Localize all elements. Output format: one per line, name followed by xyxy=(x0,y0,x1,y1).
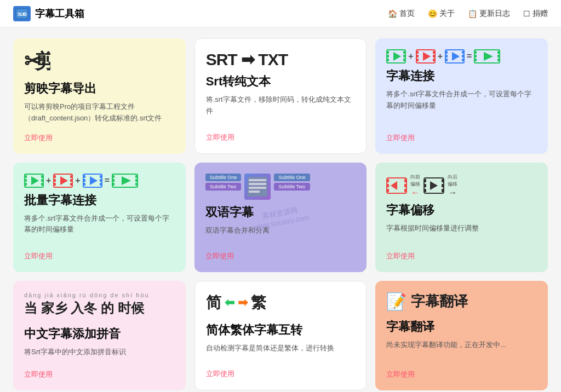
svg-rect-30 xyxy=(474,51,477,54)
svg-rect-66 xyxy=(135,179,138,182)
svg-rect-32 xyxy=(474,59,477,61)
svg-rect-62 xyxy=(112,175,115,178)
svg-rect-6 xyxy=(387,51,389,54)
about-icon: 😊 xyxy=(428,9,437,18)
card-jianying-desc: 可以将剪映Pro的项目字幕工程文件（draft_content.json）转化成… xyxy=(24,101,175,124)
card-grid: ✂ 剪映 剪映字幕导出 可以将剪映Pro的项目字幕工程文件（draft_cont… xyxy=(0,27,561,392)
svg-rect-35 xyxy=(497,59,500,61)
card-dual-link[interactable]: 立即使用 xyxy=(205,251,356,261)
svg-rect-9 xyxy=(403,51,405,54)
card-translate-link[interactable]: 立即使用 xyxy=(386,370,537,379)
svg-rect-80 xyxy=(404,189,407,192)
svg-marker-61 xyxy=(122,176,131,185)
card-batch-title: 批量字幕连接 xyxy=(24,192,175,209)
svg-rect-46 xyxy=(54,175,56,178)
svg-rect-54 xyxy=(83,175,85,178)
card-sub-connect-title: 字幕连接 xyxy=(386,68,537,84)
card-translate-title: 字幕翻译 xyxy=(386,319,537,335)
card-sub-connect: + + xyxy=(375,38,548,154)
svg-rect-51 xyxy=(70,183,72,186)
nav-donate[interactable]: ☐ 捐赠 xyxy=(523,9,548,19)
card-translate: 📝 字幕翻译 字幕翻译 尚未实现字幕翻译功能，正在开发中... 立即使用 xyxy=(375,281,548,390)
changelog-icon: 📋 xyxy=(468,9,477,18)
svg-rect-40 xyxy=(25,183,27,186)
card-batch-link[interactable]: 立即使用 xyxy=(24,251,175,261)
card-sub-shift-title: 字幕偏移 xyxy=(386,202,537,218)
svg-rect-88 xyxy=(442,189,444,192)
svg-rect-16 xyxy=(416,59,419,61)
svg-rect-43 xyxy=(41,183,43,186)
film-strips-2-icon: + + = xyxy=(24,174,175,188)
svg-rect-87 xyxy=(442,184,444,187)
card-jianying-link[interactable]: 立即使用 xyxy=(24,133,175,143)
svg-rect-34 xyxy=(497,55,500,57)
svg-rect-18 xyxy=(433,55,435,57)
dual-sub-icon: Subtitle One Subtitle Two Subtitle One S… xyxy=(205,174,356,200)
svg-rect-7 xyxy=(387,55,389,57)
svg-rect-11 xyxy=(403,59,405,61)
svg-rect-72 xyxy=(249,191,260,193)
svg-marker-21 xyxy=(452,52,460,61)
card-translate-desc: 尚未实现字幕翻译功能，正在开发中... xyxy=(386,339,537,361)
card-batch-connect: + + = xyxy=(13,163,186,272)
card-batch-desc: 将多个.srt字幕文件合并成一个，可设置每个字幕的时间偏移量 xyxy=(24,213,175,243)
nav-changelog[interactable]: 📋 更新日志 xyxy=(468,9,510,19)
svg-rect-70 xyxy=(249,183,266,185)
logo: SUB 字幕工具箱 xyxy=(13,6,84,21)
svg-marker-13 xyxy=(423,52,431,61)
svg-rect-76 xyxy=(387,184,389,187)
card-pinyin-title: 中文字幕添加拼音 xyxy=(24,326,175,342)
svg-rect-71 xyxy=(249,187,266,189)
svg-rect-86 xyxy=(442,179,444,182)
svg-rect-79 xyxy=(404,184,407,187)
svg-rect-56 xyxy=(83,183,85,186)
card-srt-link[interactable]: 立即使用 xyxy=(206,132,356,142)
svg-rect-63 xyxy=(112,179,115,182)
svg-marker-53 xyxy=(90,176,98,185)
svg-rect-25 xyxy=(462,51,464,54)
card-sub-connect-desc: 将多个.srt字幕文件合并成一个，可设置每个字幕的时间偏移量 xyxy=(386,89,537,124)
svg-rect-58 xyxy=(100,179,102,182)
svg-rect-39 xyxy=(25,179,27,182)
plus-1: + xyxy=(408,51,413,61)
svg-rect-41 xyxy=(41,175,43,178)
svg-marker-37 xyxy=(31,176,39,185)
svg-rect-14 xyxy=(416,51,419,54)
card-jianfan-desc: 自动检测字幕是简体还是繁体，进行转换 xyxy=(206,343,356,360)
svg-rect-75 xyxy=(387,179,389,182)
card-srt-title: Srt转纯文本 xyxy=(206,73,356,90)
svg-text:SUB: SUB xyxy=(18,11,27,17)
card-sub-shift: 向前 偏移 ← 向后 偏移 xyxy=(375,163,548,272)
nav-about[interactable]: 😊 关于 xyxy=(428,9,455,19)
card-jianying-title: 剪映字幕导出 xyxy=(24,80,175,97)
card-jianying: ✂ 剪映 剪映字幕导出 可以将剪映Pro的项目字幕工程文件（draft_cont… xyxy=(13,38,186,154)
card-jianfan: 简 ⬅ ➡ 繁 简体繁体字幕互转 自动检测字幕是简体还是繁体，进行转换 立即使用 xyxy=(194,281,367,390)
card-jianfan-link[interactable]: 立即使用 xyxy=(206,369,356,379)
card-sub-shift-desc: 字幕根据时间偏移量进行调整 xyxy=(386,223,537,243)
svg-rect-64 xyxy=(112,183,115,186)
translate-icon: 📝 字幕翻译 xyxy=(386,292,537,314)
header: SUB 字幕工具箱 🏠 首页 😊 关于 📋 更新日志 ☐ 捐赠 xyxy=(0,0,561,27)
svg-rect-48 xyxy=(54,183,56,186)
svg-rect-24 xyxy=(445,59,448,61)
donate-icon: ☐ xyxy=(523,9,530,18)
nav: 🏠 首页 😊 关于 📋 更新日志 ☐ 捐赠 xyxy=(388,9,548,19)
svg-rect-55 xyxy=(83,179,85,182)
svg-marker-45 xyxy=(60,176,68,185)
jianfan-icon: 简 ⬅ ➡ 繁 xyxy=(206,292,356,318)
card-sub-connect-link[interactable]: 立即使用 xyxy=(386,133,537,143)
nav-home[interactable]: 🏠 首页 xyxy=(388,9,415,19)
logo-icon: SUB xyxy=(13,6,31,21)
card-sub-shift-link[interactable]: 立即使用 xyxy=(386,251,537,261)
svg-marker-74 xyxy=(391,181,397,190)
card-pinyin-link[interactable]: 立即使用 xyxy=(24,370,175,379)
svg-rect-15 xyxy=(416,55,419,57)
film-strips-icon: + + xyxy=(386,49,537,64)
svg-rect-10 xyxy=(403,55,405,57)
svg-marker-29 xyxy=(484,52,493,61)
svg-marker-82 xyxy=(430,181,438,190)
svg-rect-49 xyxy=(70,175,72,178)
card-dual-title: 双语字幕 xyxy=(205,204,356,221)
svg-rect-67 xyxy=(135,183,138,186)
svg-rect-83 xyxy=(424,179,426,182)
